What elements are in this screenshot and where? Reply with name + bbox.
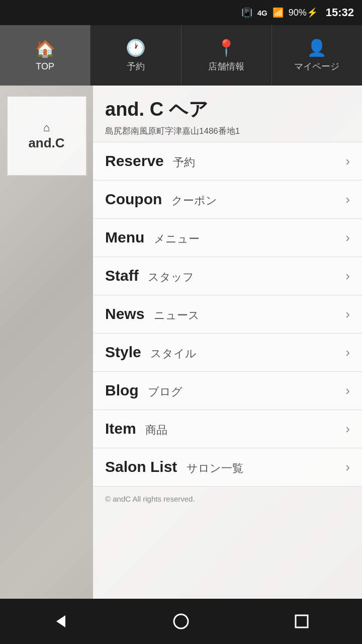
menu-menu-en: Menu [105, 229, 144, 246]
menu-item-menu[interactable]: Menu メニュー › [93, 219, 362, 257]
mypage-icon: 👤 [307, 38, 327, 57]
nav-tabs: 🏠 TOP 🕐 予約 📍 店舗情報 👤 マイページ [0, 25, 362, 86]
menu-blog-ja: ブログ [148, 385, 183, 398]
menu-item-reserve[interactable]: Reserve 予約 › [93, 142, 362, 181]
main-area: ⌂ and.C and. C ヘア 島尻郡南風原町字津嘉山1486番地1 Res… [0, 86, 362, 599]
menu-item-style[interactable]: Style スタイル › [93, 334, 362, 372]
menu-blog-en: Blog [105, 382, 139, 398]
tab-mypage[interactable]: 👤 マイページ [272, 25, 362, 86]
store-icon: 📍 [216, 38, 236, 57]
menu-item-en: Item [105, 420, 136, 437]
home-icon [172, 612, 190, 630]
svg-marker-0 [56, 615, 65, 627]
salon-name: and. C ヘア [105, 97, 350, 122]
menu-item-blog[interactable]: Blog ブログ › [93, 372, 362, 410]
vibrate-icon: 📳 [241, 7, 252, 18]
clock: 15:32 [326, 6, 354, 19]
tab-store-info[interactable]: 📍 店舗情報 [182, 25, 272, 86]
menu-coupon-ja: クーポン [171, 194, 217, 207]
salon-address: 島尻郡南風原町字津嘉山1486番地1 [105, 125, 350, 137]
top-icon: 🏠 [35, 39, 55, 58]
chevron-right-icon: › [345, 230, 350, 246]
recent-apps-icon [293, 612, 311, 630]
menu-item-news[interactable]: News ニュース › [93, 295, 362, 334]
menu-reserve-en: Reserve [105, 152, 164, 169]
logo-text: ⌂ and.C [28, 121, 64, 151]
chevron-right-icon: › [345, 421, 350, 437]
signal-icon: 📶 [273, 7, 284, 18]
reserve-label: 予約 [127, 60, 145, 72]
menu-item-staff[interactable]: Staff スタッフ › [93, 257, 362, 295]
menu-item-item[interactable]: Item 商品 › [93, 410, 362, 448]
menu-list: Reserve 予約 › Coupon クーポン › Menu メニュー › [93, 142, 362, 487]
svg-point-1 [174, 614, 188, 628]
status-bar: 📳 4G 📶 90%⚡ 15:32 [0, 0, 362, 25]
back-icon [51, 612, 69, 630]
chevron-right-icon: › [345, 383, 350, 398]
salon-header: and. C ヘア 島尻郡南風原町字津嘉山1486番地1 [93, 86, 362, 142]
recent-apps-button[interactable] [287, 606, 317, 636]
content-panel: and. C ヘア 島尻郡南風原町字津嘉山1486番地1 Reserve 予約 … [93, 86, 362, 599]
menu-salon-list-ja: サロン一覧 [187, 462, 243, 474]
logo-house-icon: ⌂ [28, 121, 64, 134]
chevron-right-icon: › [345, 153, 350, 169]
chevron-right-icon: › [345, 268, 350, 284]
footer-copyright: © andC All rights reserved. [93, 487, 362, 511]
mypage-label: マイページ [294, 60, 339, 72]
store-label: 店舗情報 [208, 60, 244, 72]
logo-sidebar: ⌂ and.C [0, 86, 93, 599]
logo-box: ⌂ and.C [7, 96, 87, 176]
menu-staff-en: Staff [105, 267, 139, 284]
network-icon: 4G [257, 9, 267, 17]
bottom-nav-bar [0, 599, 362, 644]
top-label: TOP [36, 61, 54, 72]
menu-item-coupon[interactable]: Coupon クーポン › [93, 181, 362, 219]
tab-top[interactable]: 🏠 TOP [0, 25, 90, 86]
battery-indicator: 90%⚡ [289, 7, 318, 18]
menu-reserve-ja: 予約 [173, 156, 195, 169]
menu-news-en: News [105, 305, 144, 322]
menu-coupon-en: Coupon [105, 191, 162, 207]
home-button[interactable] [166, 606, 196, 636]
tab-reserve[interactable]: 🕐 予約 [90, 25, 181, 86]
chevron-right-icon: › [345, 459, 350, 475]
menu-menu-ja: メニュー [154, 232, 200, 245]
menu-style-en: Style [105, 344, 141, 360]
menu-staff-ja: スタッフ [148, 271, 194, 283]
menu-item-salon-list[interactable]: Salon List サロン一覧 › [93, 448, 362, 487]
menu-style-ja: スタイル [150, 347, 197, 360]
back-button[interactable] [45, 606, 75, 636]
reserve-icon: 🕐 [126, 38, 146, 57]
chevron-right-icon: › [345, 306, 350, 322]
chevron-right-icon: › [345, 192, 350, 207]
menu-item-ja: 商品 [145, 424, 167, 436]
svg-rect-2 [296, 615, 308, 627]
logo-brand: and.C [28, 135, 64, 150]
chevron-right-icon: › [345, 345, 350, 360]
menu-salon-list-en: Salon List [105, 458, 177, 475]
menu-news-ja: ニュース [154, 309, 200, 321]
